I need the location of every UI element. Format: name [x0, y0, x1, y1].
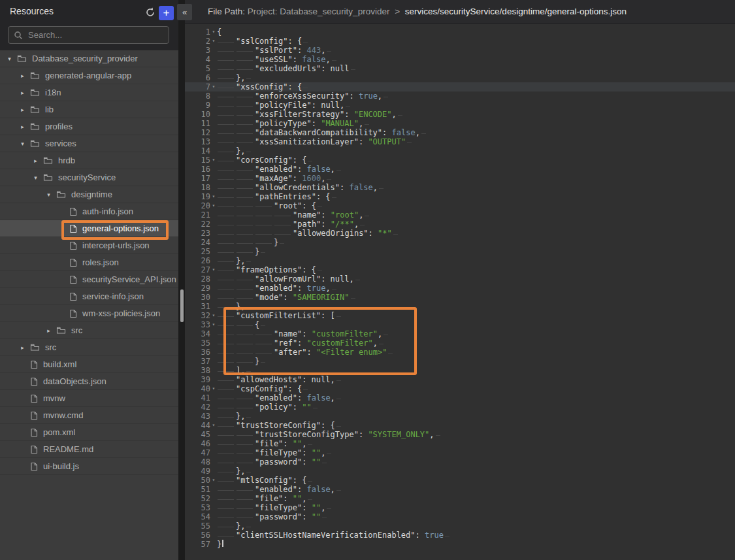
code-line-48[interactable]: 48"password": "" — [185, 457, 735, 467]
code-line-46[interactable]: 46"file": "", — [185, 439, 735, 448]
tree-item-designtime[interactable]: ▾designtime — [0, 186, 178, 203]
collapse-sidebar-button[interactable]: « — [177, 4, 192, 20]
code-line-53[interactable]: 53"fileType": "", — [185, 503, 735, 512]
chevron-right-icon[interactable]: ▸ — [44, 327, 53, 334]
tree-item-wm-xss-policies-json[interactable]: wm-xss-policies.json — [0, 305, 178, 322]
code-line-44[interactable]: 44▾"trustStoreConfig": { — [185, 421, 735, 430]
tree-item-build-xml[interactable]: build.xml — [0, 356, 178, 373]
code-line-52[interactable]: 52"file": "", — [185, 494, 735, 503]
code-line-12[interactable]: 12"dataBackwardCompatibility": false, — [185, 128, 735, 137]
code-line-25[interactable]: 25} — [185, 247, 735, 256]
tree-item-dataobjects-json[interactable]: dataObjects.json — [0, 373, 178, 390]
fold-arrow-icon[interactable]: ▾ — [210, 192, 217, 201]
code-line-22[interactable]: 22"path": "/**", — [185, 220, 735, 229]
chevron-right-icon[interactable]: ▸ — [31, 157, 40, 164]
code-line-39[interactable]: 39"allowedHosts": null, — [185, 375, 735, 384]
code-line-31[interactable]: 31}, — [185, 302, 735, 311]
code-line-50[interactable]: 50▾"mtlsConfig": { — [185, 476, 735, 485]
tree-item-general-options-json[interactable]: general-options.json — [0, 220, 178, 237]
tree-item-mvnw-cmd[interactable]: mvnw.cmd — [0, 407, 178, 424]
code-line-21[interactable]: 21"name": "root", — [185, 210, 735, 220]
tree-item-pom-xml[interactable]: pom.xml — [0, 424, 178, 441]
tree-item-profiles[interactable]: ▸profiles — [0, 118, 178, 135]
tree-item-readme-md[interactable]: README.md — [0, 441, 178, 458]
fold-arrow-icon[interactable]: ▾ — [210, 156, 217, 165]
code-line-7[interactable]: 7▾"xssConfig": { — [185, 82, 735, 91]
tree-item-ui-build-js[interactable]: ui-build.js — [0, 458, 178, 475]
code-line-47[interactable]: 47"fileType": "", — [185, 448, 735, 457]
code-line-15[interactable]: 15▾"corsConfig": { — [185, 156, 735, 165]
code-line-11[interactable]: 11"policyType": "MANUAL", — [185, 119, 735, 128]
code-line-24[interactable]: 24} — [185, 238, 735, 247]
code-line-4[interactable]: 4"useSSL": false, — [185, 55, 735, 64]
code-line-56[interactable]: 56"clientSSLHostNameVerificationEnabled"… — [185, 531, 735, 540]
tree-item-service-info-json[interactable]: service-info.json — [0, 288, 178, 305]
code-line-17[interactable]: 17"maxAge": 1600, — [185, 174, 735, 183]
chevron-down-icon[interactable]: ▾ — [18, 140, 27, 147]
tree-item-src[interactable]: ▸src — [0, 322, 178, 339]
tree-item-mvnw[interactable]: mvnw — [0, 390, 178, 407]
code-line-33[interactable]: 33▾{ — [185, 320, 735, 329]
code-line-16[interactable]: 16"enabled": false, — [185, 165, 735, 174]
code-line-38[interactable]: 38], — [185, 366, 735, 375]
code-line-49[interactable]: 49}, — [185, 467, 735, 476]
code-line-40[interactable]: 40▾"cspConfig": { — [185, 384, 735, 393]
code-line-54[interactable]: 54"password": "" — [185, 512, 735, 521]
code-line-34[interactable]: 34"name": "customFilter", — [185, 329, 735, 338]
fold-arrow-icon[interactable]: ▾ — [210, 201, 217, 210]
code-line-37[interactable]: 37} — [185, 357, 735, 366]
code-line-26[interactable]: 26}, — [185, 256, 735, 265]
sidebar-scrollbar[interactable] — [180, 289, 184, 322]
fold-arrow-icon[interactable]: ▾ — [210, 311, 217, 320]
fold-arrow-icon[interactable]: ▾ — [210, 421, 217, 430]
fold-arrow-icon[interactable]: ▾ — [210, 384, 217, 393]
chevron-down-icon[interactable]: ▾ — [31, 174, 40, 181]
tree-item-src[interactable]: ▸src — [0, 339, 178, 356]
code-line-3[interactable]: 3"sslPort": 443, — [185, 46, 735, 55]
code-line-2[interactable]: 2▾"sslConfig": { — [185, 37, 735, 46]
code-line-30[interactable]: 30"mode": "SAMEORIGIN" — [185, 293, 735, 302]
code-line-42[interactable]: 42"policy": "" — [185, 403, 735, 412]
code-line-28[interactable]: 28"allowFromUrl": null, — [185, 274, 735, 284]
code-line-29[interactable]: 29"enabled": true, — [185, 284, 735, 293]
code-line-23[interactable]: 23"allowedOrigins": "*" — [185, 229, 735, 238]
code-line-43[interactable]: 43}, — [185, 412, 735, 421]
fold-arrow-icon[interactable]: ▾ — [210, 320, 217, 329]
code-line-5[interactable]: 5"excludedUrls": null — [185, 64, 735, 73]
tree-item-lib[interactable]: ▸lib — [0, 101, 178, 118]
code-line-35[interactable]: 35"ref": "customFilter", — [185, 338, 735, 348]
chevron-right-icon[interactable]: ▸ — [18, 124, 27, 130]
tree-item-database-security-provider[interactable]: ▾Database_security_provider — [0, 50, 178, 67]
code-line-20[interactable]: 20▾"root": { — [185, 201, 735, 210]
code-line-8[interactable]: 8"enforceXssSecurity": true, — [185, 91, 735, 101]
code-area[interactable]: 1▾{2▾"sslConfig": {3"sslPort": 443,4"use… — [185, 24, 735, 549]
chevron-right-icon[interactable]: ▸ — [18, 73, 27, 79]
code-line-18[interactable]: 18"allowCredentials": false, — [185, 183, 735, 192]
code-line-9[interactable]: 9"policyFile": null, — [185, 101, 735, 110]
code-line-10[interactable]: 10"xssFilterStrategy": "ENCODE", — [185, 110, 735, 119]
code-line-27[interactable]: 27▾"frameOptions": { — [185, 265, 735, 274]
chevron-down-icon[interactable]: ▾ — [5, 56, 14, 62]
tree-item-securityservice-api-json[interactable]: securityService_API.json — [0, 271, 178, 288]
code-line-51[interactable]: 51"enabled": false, — [185, 485, 735, 494]
code-line-14[interactable]: 14}, — [185, 146, 735, 156]
tree-item-roles-json[interactable]: roles.json — [0, 254, 178, 271]
chevron-right-icon[interactable]: ▸ — [18, 90, 27, 96]
code-line-19[interactable]: 19▾"pathEntries": { — [185, 192, 735, 201]
fold-arrow-icon[interactable]: ▾ — [210, 476, 217, 485]
code-line-45[interactable]: 45"trustStoreConfigType": "SYSTEM_ONLY", — [185, 430, 735, 439]
code-line-55[interactable]: 55}, — [185, 521, 735, 531]
fold-arrow-icon[interactable]: ▾ — [210, 27, 217, 37]
tree-item-intercept-urls-json[interactable]: intercept-urls.json — [0, 237, 178, 254]
add-resource-button[interactable]: + — [159, 6, 174, 20]
code-line-57[interactable]: 57} — [185, 540, 735, 549]
code-line-41[interactable]: 41"enabled": false, — [185, 393, 735, 403]
refresh-icon[interactable] — [144, 7, 157, 20]
tree-item-i18n[interactable]: ▸i18n — [0, 84, 178, 101]
code-line-13[interactable]: 13"xssSanitizationLayer": "OUTPUT" — [185, 137, 735, 146]
tree-item-generated-angular-app[interactable]: ▸generated-angular-app — [0, 67, 178, 84]
chevron-right-icon[interactable]: ▸ — [18, 344, 27, 351]
code-line-32[interactable]: 32▾"customFilterList": [ — [185, 311, 735, 320]
tree-item-services[interactable]: ▾services — [0, 135, 178, 152]
search-input[interactable] — [8, 27, 169, 43]
